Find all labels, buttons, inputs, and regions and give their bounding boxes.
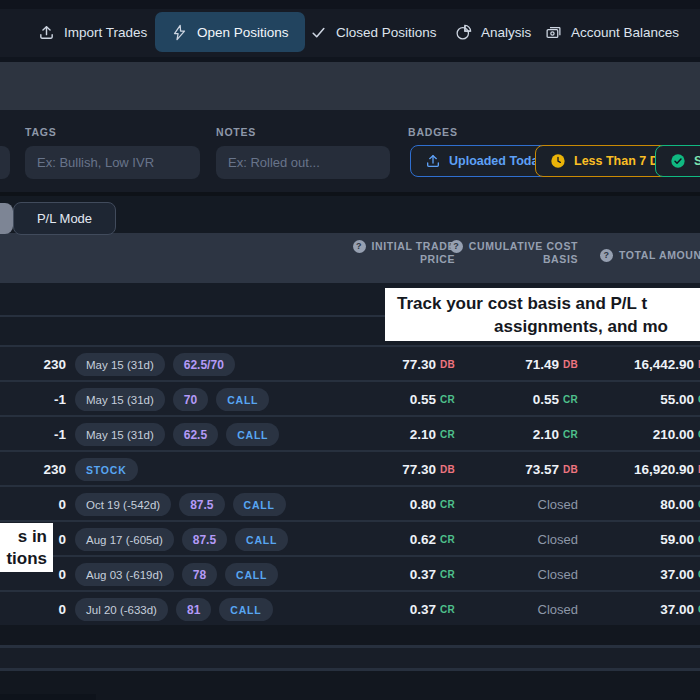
column-header-total-amount: ? TOTAL AMOUNT (600, 249, 700, 262)
banknotes-icon (545, 24, 562, 41)
type-badge: CALL (225, 563, 278, 586)
strike-badge: 81 (176, 598, 211, 621)
table-row[interactable]: 0Jul 20 (-633d)81CALL0.37CRClosed37.00CR (0, 590, 700, 625)
header-line: CUMULATIVE COST (469, 240, 578, 252)
bottom-area (0, 671, 700, 700)
row-badges: May 15 (31d)62.5CALL (75, 417, 279, 452)
nav-item-label: Open Positions (197, 25, 289, 40)
initial-trade-price-cell: 77.30DB (290, 452, 455, 487)
caption-overlay-left: s in tions (0, 523, 53, 572)
credit-suffix: CR (440, 499, 455, 510)
table-row[interactable]: 0Oct 19 (-542d)87.5CALL0.80CRClosed80.00… (0, 485, 700, 520)
window-top-strip (0, 0, 700, 9)
strike-badge: 62.5/70 (173, 353, 235, 376)
table-row[interactable]: 0Aug 03 (-619d)78CALL0.37CRClosed37.00CR (0, 555, 700, 590)
help-icon[interactable]: ? (450, 240, 463, 253)
initial-trade-price-cell: 0.55CR (290, 382, 455, 417)
credit-suffix: CR (440, 569, 455, 580)
type-badge: CALL (233, 493, 286, 516)
help-icon[interactable]: ? (353, 240, 366, 253)
credit-suffix: CR (440, 394, 455, 405)
row-badges: Oct 19 (-542d)87.5CALL (75, 487, 286, 522)
amount-value: 73.57 (525, 462, 559, 477)
caption-line: s in (0, 526, 47, 548)
table-row[interactable]: 230May 15 (31d)62.5/7077.30DB71.49DB16,4… (0, 345, 700, 380)
initial-trade-price-cell: 0.37CR (290, 592, 455, 627)
quantity-cell: 0 (0, 592, 66, 627)
strike-badge: 78 (182, 563, 217, 586)
type-badge: CALL (235, 528, 288, 551)
table-row[interactable]: 230STOCK77.30DB73.57DB16,920.90DB (0, 450, 700, 485)
table-rows: 230May 15 (31d)62.5/7077.30DB71.49DB16,4… (0, 345, 700, 625)
bottom-left-patch (0, 694, 96, 700)
column-header-initial-trade-price: ? INITIAL TRADE PRICE (353, 240, 455, 266)
caption-line: tions (0, 548, 47, 570)
table-row[interactable]: -1May 15 (31d)62.5CALL2.10CR2.10CR210.00… (0, 415, 700, 450)
expiration-badge: Oct 19 (-542d) (75, 493, 171, 516)
help-icon[interactable]: ? (600, 249, 613, 262)
nav-item-label: Closed Positions (336, 25, 437, 40)
amount-value: 2.10 (410, 427, 436, 442)
total-amount-cell: 16,442.90DB (560, 347, 700, 382)
notes-label: NOTES (216, 126, 256, 138)
amount-value: 37.00 (660, 602, 694, 617)
tags-input[interactable] (25, 146, 200, 179)
amount-value: 71.49 (525, 357, 559, 372)
nav-item-label: Account Balances (571, 25, 679, 40)
header-line: BASIS (543, 253, 578, 265)
credit-suffix: CR (440, 429, 455, 440)
table-row[interactable]: -1May 15 (31d)70CALL0.55CR0.55CR55.00CR (0, 380, 700, 415)
table-header-band (0, 233, 700, 283)
ticker-filter-input-partial[interactable] (0, 146, 10, 179)
upload-icon (38, 24, 55, 41)
nav-item-open-positions[interactable]: Open Positions (155, 12, 305, 52)
amount-value: 37.00 (660, 567, 694, 582)
total-amount-cell: 55.00CR (560, 382, 700, 417)
total-amount-cell: 59.00CR (560, 522, 700, 557)
header-line: TOTAL AMOUNT (619, 249, 700, 261)
row-badges: Jul 20 (-633d)81CALL (75, 592, 273, 627)
pl-mode-button[interactable]: P/L Mode (13, 202, 116, 235)
amount-value: 16,442.90 (634, 357, 694, 372)
type-badge: STOCK (75, 458, 138, 481)
amount-value: 77.30 (402, 357, 436, 372)
row-badges: Aug 03 (-619d)78CALL (75, 557, 278, 592)
tags-label: TAGS (25, 126, 57, 138)
bolt-icon (171, 24, 188, 41)
credit-suffix: CR (440, 604, 455, 615)
nav-item-analysis[interactable]: Analysis (455, 12, 531, 52)
type-badge: CALL (226, 423, 279, 446)
strike-badge: 62.5 (173, 423, 218, 446)
strike-badge: 87.5 (182, 528, 227, 551)
empty-row (0, 648, 700, 668)
nav-item-label: Import Trades (64, 25, 147, 40)
strike-badge: 70 (173, 388, 208, 411)
amount-value: 0.37 (410, 567, 436, 582)
type-badge: CALL (219, 598, 272, 621)
nav-item-closed-positions[interactable]: Closed Positions (310, 12, 437, 52)
nav-item-account-balances[interactable]: Account Balances (545, 12, 679, 52)
amount-value: 16,920.90 (634, 462, 694, 477)
initial-trade-price-cell: 77.30DB (290, 347, 455, 382)
table-row[interactable]: 0Aug 17 (-605d)87.5CALL0.62CRClosed59.00… (0, 520, 700, 555)
expiration-badge: May 15 (31d) (75, 353, 165, 376)
amount-value: 80.00 (660, 497, 694, 512)
notes-input[interactable] (216, 146, 390, 179)
display-mode-segment-partial[interactable] (0, 203, 13, 234)
badge-filter-sho[interactable]: Sho (655, 145, 700, 177)
initial-trade-price-cell: 0.62CR (290, 522, 455, 557)
nav-item-import-trades[interactable]: Import Trades (38, 12, 147, 52)
initial-trade-price-cell: 2.10CR (290, 417, 455, 452)
amount-value: 77.30 (402, 462, 436, 477)
row-badges: STOCK (75, 452, 138, 487)
total-amount-cell: 16,920.90DB (560, 452, 700, 487)
amount-value: 0.80 (410, 497, 436, 512)
amount-value: 0.55 (410, 392, 436, 407)
quantity-cell: -1 (0, 382, 66, 417)
strike-badge: 87.5 (179, 493, 224, 516)
total-amount-cell: 37.00CR (560, 557, 700, 592)
amount-value: 0.62 (410, 532, 436, 547)
clock-icon (550, 153, 566, 169)
amount-value: 2.10 (533, 427, 559, 442)
total-amount-cell: 80.00CR (560, 487, 700, 522)
